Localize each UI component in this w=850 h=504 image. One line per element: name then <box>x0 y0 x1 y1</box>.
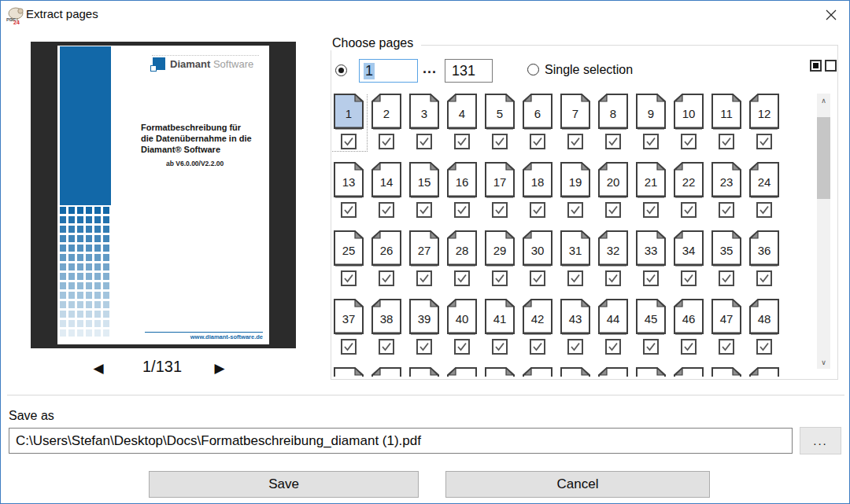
select-all-icon[interactable] <box>810 60 822 72</box>
page-cell-17[interactable]: 17 <box>482 162 517 219</box>
page-cell-14[interactable]: 14 <box>369 162 404 219</box>
page-cell-34[interactable]: 34 <box>671 230 706 287</box>
page-cell-36[interactable]: 36 <box>747 230 782 287</box>
page-checkbox-32[interactable] <box>605 270 621 286</box>
page-checkbox-42[interactable] <box>530 339 545 355</box>
page-cell-12[interactable]: 12 <box>747 94 782 150</box>
page-checkbox-4[interactable] <box>454 134 470 149</box>
next-page-button[interactable]: ▶ <box>210 360 229 377</box>
page-checkbox-6[interactable] <box>530 134 545 149</box>
page-cell-13[interactable]: 13 <box>331 162 366 219</box>
page-checkbox-30[interactable] <box>530 270 545 286</box>
page-checkbox-16[interactable] <box>454 202 470 218</box>
save-button[interactable]: Save <box>149 471 419 498</box>
browse-button[interactable]: ... <box>800 427 841 454</box>
page-cell-5[interactable]: 5 <box>482 94 517 150</box>
page-cell-27[interactable]: 27 <box>407 230 442 287</box>
page-cell-40[interactable]: 40 <box>445 299 479 355</box>
page-checkbox-34[interactable] <box>681 270 697 286</box>
page-checkbox-21[interactable] <box>643 202 659 218</box>
page-cell-49[interactable]: 49 <box>331 367 366 377</box>
page-checkbox-27[interactable] <box>416 270 432 286</box>
page-checkbox-5[interactable] <box>492 134 508 149</box>
range-from-input[interactable]: 1 <box>359 59 418 83</box>
page-cell-56[interactable]: 56 <box>596 367 630 377</box>
page-checkbox-44[interactable] <box>605 339 621 355</box>
page-cell-59[interactable]: 59 <box>709 367 744 377</box>
page-checkbox-1[interactable] <box>341 134 357 149</box>
page-checkbox-39[interactable] <box>416 339 432 355</box>
page-checkbox-20[interactable] <box>605 202 621 218</box>
page-cell-30[interactable]: 30 <box>520 230 555 287</box>
page-cell-20[interactable]: 20 <box>596 162 630 219</box>
page-checkbox-46[interactable] <box>681 339 697 355</box>
page-checkbox-43[interactable] <box>567 339 583 355</box>
page-checkbox-19[interactable] <box>567 202 583 218</box>
page-cell-15[interactable]: 15 <box>407 162 442 219</box>
page-cell-33[interactable]: 33 <box>634 230 668 287</box>
page-cell-21[interactable]: 21 <box>634 162 668 219</box>
page-cell-41[interactable]: 41 <box>482 299 517 355</box>
page-checkbox-33[interactable] <box>643 270 659 286</box>
page-cell-24[interactable]: 24 <box>747 162 782 219</box>
page-checkbox-2[interactable] <box>379 134 394 149</box>
page-cell-39[interactable]: 39 <box>407 299 442 355</box>
page-cell-57[interactable]: 57 <box>634 367 668 377</box>
page-checkbox-23[interactable] <box>719 202 734 218</box>
page-cell-58[interactable]: 58 <box>671 367 706 377</box>
page-cell-50[interactable]: 50 <box>369 367 404 377</box>
page-cell-48[interactable]: 48 <box>747 299 782 355</box>
page-checkbox-18[interactable] <box>530 202 545 218</box>
page-cell-6[interactable]: 6 <box>520 94 555 150</box>
page-cell-31[interactable]: 31 <box>558 230 593 287</box>
page-cell-53[interactable]: 53 <box>482 367 517 377</box>
page-cell-52[interactable]: 52 <box>445 367 479 377</box>
page-cell-23[interactable]: 23 <box>709 162 744 219</box>
scroll-up-button[interactable]: ∧ <box>817 94 830 107</box>
page-checkbox-7[interactable] <box>567 134 583 149</box>
scrollbar-thumb[interactable] <box>817 117 830 199</box>
page-checkbox-10[interactable] <box>681 134 697 149</box>
page-cell-16[interactable]: 16 <box>445 162 479 219</box>
page-checkbox-8[interactable] <box>605 134 621 149</box>
page-checkbox-48[interactable] <box>756 339 772 355</box>
pages-scrollbar[interactable]: ∧ ∨ <box>817 94 830 369</box>
page-cell-51[interactable]: 51 <box>407 367 442 377</box>
close-button[interactable] <box>822 6 840 24</box>
page-cell-22[interactable]: 22 <box>671 162 706 219</box>
page-checkbox-15[interactable] <box>416 202 432 218</box>
page-checkbox-37[interactable] <box>341 339 357 355</box>
page-checkbox-35[interactable] <box>719 270 734 286</box>
deselect-all-icon[interactable] <box>825 60 837 72</box>
single-selection-radio[interactable] <box>527 64 539 75</box>
page-cell-3[interactable]: 3 <box>407 94 442 150</box>
page-cell-38[interactable]: 38 <box>369 299 404 355</box>
page-checkbox-24[interactable] <box>756 202 772 218</box>
save-path-input[interactable]: C:\Users\Stefan\Desktop\Docs\Formatbesch… <box>9 428 793 454</box>
page-cell-45[interactable]: 45 <box>634 299 668 355</box>
page-checkbox-31[interactable] <box>567 270 583 286</box>
page-cell-4[interactable]: 4 <box>445 94 479 150</box>
page-checkbox-9[interactable] <box>643 134 659 149</box>
page-cell-43[interactable]: 43 <box>558 299 593 355</box>
page-cell-2[interactable]: 2 <box>369 94 404 150</box>
page-checkbox-3[interactable] <box>416 134 432 149</box>
page-cell-42[interactable]: 42 <box>520 299 555 355</box>
page-checkbox-17[interactable] <box>492 202 508 218</box>
page-cell-60[interactable]: 60 <box>747 367 782 377</box>
page-checkbox-14[interactable] <box>379 202 394 218</box>
page-cell-1[interactable]: 1 <box>331 94 366 150</box>
page-checkbox-38[interactable] <box>379 339 394 355</box>
page-cell-44[interactable]: 44 <box>596 299 630 355</box>
page-cell-54[interactable]: 54 <box>520 367 555 377</box>
page-cell-46[interactable]: 46 <box>671 299 706 355</box>
range-selection-radio[interactable] <box>335 64 347 76</box>
single-selection-label[interactable]: Single selection <box>545 63 633 77</box>
prev-page-button[interactable]: ◀ <box>89 360 108 377</box>
page-cell-28[interactable]: 28 <box>445 230 479 287</box>
page-cell-25[interactable]: 25 <box>331 230 366 287</box>
page-checkbox-40[interactable] <box>454 339 470 355</box>
page-cell-11[interactable]: 11 <box>709 94 744 150</box>
page-cell-18[interactable]: 18 <box>520 162 555 219</box>
page-checkbox-47[interactable] <box>719 339 734 355</box>
